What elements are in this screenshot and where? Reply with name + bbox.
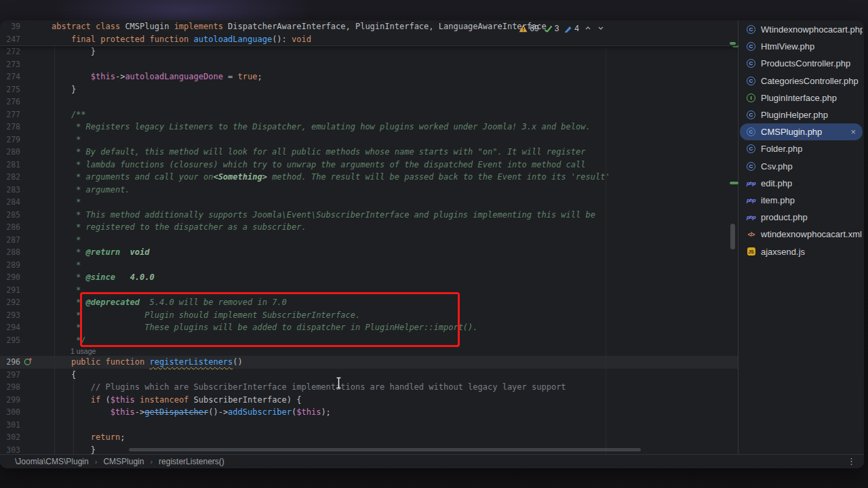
code-line[interactable]: 293 * Plugin should implement Subscriber… [0, 309, 738, 322]
breadcrumb-item[interactable]: \Joomla\CMS\Plugin [15, 457, 89, 466]
code-line[interactable]: 277 /** [0, 108, 738, 121]
code-line[interactable]: 290 * @since 4.0.0 [0, 271, 738, 284]
vertical-scrollbar-thumb[interactable] [730, 224, 735, 249]
code-editor[interactable]: 272 }273274 $this->autoloadLanguageDone … [0, 20, 738, 454]
line-number[interactable]: 282 [0, 172, 20, 182]
grammar-indicator[interactable]: 3 [544, 24, 559, 33]
line-number[interactable]: 273 [0, 60, 20, 69]
usage-hint[interactable]: 1 usage [0, 346, 738, 356]
code-line[interactable]: 273 [0, 58, 738, 71]
code-text: * Plugin should implement SubscriberInte… [41, 309, 360, 322]
file-tab-pluginhelper-php[interactable]: CPluginHelper.php [740, 106, 863, 123]
sticky-line[interactable]: 247 final protected function autoloadLan… [0, 33, 738, 46]
line-number[interactable]: 288 [0, 247, 20, 257]
line-number[interactable]: 289 [0, 260, 20, 270]
code-line[interactable]: 296 public function registerListeners() [0, 356, 738, 369]
inspections-widget[interactable]: 69 3 4 [519, 23, 605, 33]
code-line[interactable]: 282 * arguments and call your on<Somethi… [0, 171, 738, 184]
code-line[interactable]: 281 * lambda functions (closures) which … [0, 159, 738, 171]
line-number[interactable]: 274 [0, 72, 20, 81]
file-tab-wtindexnowphocacart-php[interactable]: CWtindexnowphocacart.php [740, 21, 863, 38]
prev-highlight-button[interactable] [584, 24, 592, 32]
file-tab-folder-php[interactable]: CFolder.php [740, 140, 863, 157]
file-tab-categoriescontroller-php[interactable]: CCategoriesController.php [740, 73, 863, 89]
line-number[interactable]: 281 [0, 160, 20, 169]
line-number[interactable]: 292 [0, 298, 20, 307]
horizontal-scrollbar-thumb[interactable] [129, 448, 641, 451]
code-line[interactable]: 288 * @return void [0, 246, 738, 259]
line-number[interactable]: 301 [0, 420, 20, 430]
breadcrumb-item[interactable]: registerListeners() [159, 457, 224, 466]
line-number[interactable]: 294 [0, 323, 20, 332]
line-number[interactable]: 247 [0, 35, 20, 44]
file-tab-csv-php[interactable]: CCsv.php [740, 158, 863, 175]
file-tab-productscontroller-php[interactable]: CProductsController.php [740, 55, 863, 72]
file-tab-wtindexnowphocacart-xml[interactable]: </>wtindexnowphocacart.xml [740, 226, 863, 243]
code-line[interactable]: 294 * These plugins will be added to dis… [0, 321, 738, 334]
code-line[interactable]: 284 * [0, 196, 738, 209]
line-number[interactable]: 302 [0, 432, 20, 442]
line-number[interactable]: 290 [0, 272, 20, 282]
file-tab-item-php[interactable]: phpitem.php [740, 192, 863, 209]
code-line[interactable]: 295 */ [0, 334, 738, 347]
line-number[interactable]: 277 [0, 110, 20, 119]
line-number[interactable]: 284 [0, 197, 20, 207]
line-number[interactable]: 291 [0, 285, 20, 295]
line-number[interactable]: 276 [0, 97, 20, 106]
file-tab-edit-php[interactable]: phpedit.php [740, 175, 863, 192]
close-tab-icon[interactable]: × [850, 127, 856, 136]
line-number[interactable]: 297 [0, 370, 20, 380]
sticky-line[interactable]: 39abstract class CMSPlugin implements Di… [0, 20, 738, 33]
line-number[interactable]: 280 [0, 147, 20, 157]
code-line[interactable]: 276 [0, 96, 738, 108]
line-number[interactable]: 279 [0, 135, 20, 144]
line-number[interactable]: 287 [0, 235, 20, 245]
code-line[interactable]: 292 * @deprecated 5.4.0 will be removed … [0, 296, 738, 309]
file-tab-plugininterface-php[interactable]: IPluginInterface.php [740, 89, 863, 106]
code-line[interactable]: 287 * [0, 234, 738, 247]
code-line[interactable]: 300 $this->getDispatcher()->addSubscribe… [0, 406, 738, 419]
file-tab-htmlview-php[interactable]: CHtmlView.php [740, 38, 863, 55]
code-text: * @return void [41, 246, 150, 259]
line-number[interactable]: 300 [0, 407, 20, 417]
line-number[interactable]: 272 [0, 47, 20, 56]
line-number[interactable]: 285 [0, 210, 20, 220]
code-line[interactable]: 275 } [0, 83, 738, 96]
code-line[interactable]: 289 * [0, 259, 738, 272]
line-number[interactable]: 39 [0, 22, 20, 31]
code-line[interactable]: 302 return; [0, 431, 738, 444]
line-number[interactable]: 298 [0, 382, 20, 392]
file-tab-product-php[interactable]: phpproduct.php [740, 209, 863, 226]
line-number[interactable]: 278 [0, 122, 20, 131]
warnings-indicator[interactable]: 69 [519, 24, 538, 33]
code-line[interactable]: 291 * [0, 284, 738, 297]
code-line[interactable]: 299 if ($this instanceof SubscriberInter… [0, 394, 738, 407]
code-line[interactable]: 278 * Registers legacy Listeners to the … [0, 121, 738, 134]
breadcrumb-item[interactable]: CMSPlugin [103, 457, 144, 466]
code-line[interactable]: 298 // Plugins which are SubscriberInter… [0, 381, 738, 394]
line-number[interactable]: 293 [0, 310, 20, 320]
override-marker-icon[interactable] [24, 357, 33, 367]
code-line[interactable]: 272 } [0, 45, 738, 58]
line-number[interactable]: 283 [0, 185, 20, 195]
line-number[interactable]: 296 [0, 357, 20, 367]
code-line[interactable]: 285 * This method additionally supports … [0, 209, 738, 222]
line-number[interactable]: 295 [0, 336, 20, 345]
line-number[interactable]: 286 [0, 222, 20, 232]
next-highlight-button[interactable] [597, 24, 605, 32]
code-line[interactable]: 280 * By default, this method will look … [0, 146, 738, 159]
line-number[interactable]: 299 [0, 395, 20, 405]
code-line[interactable]: 279 * [0, 134, 738, 146]
line-number[interactable]: 303 [0, 445, 20, 454]
code-text: if ($this instanceof SubscriberInterface… [41, 394, 302, 407]
weak-warning-indicator[interactable]: 4 [564, 24, 579, 33]
code-line[interactable]: 283 * argument. [0, 184, 738, 197]
code-line[interactable]: 297 { [0, 369, 738, 382]
file-tab-cmsplugin-php[interactable]: CCMSPlugin.php× [740, 123, 863, 140]
line-number[interactable]: 275 [0, 85, 20, 94]
code-line[interactable]: 301 [0, 419, 738, 432]
more-options-icon[interactable]: ⋮ [847, 456, 856, 466]
file-tab-ajaxsend-js[interactable]: JSajaxsend.js [740, 243, 863, 260]
code-line[interactable]: 274 $this->autoloadLanguageDone = true; [0, 70, 738, 83]
code-line[interactable]: 286 * registered to the dispatcher as a … [0, 221, 738, 234]
